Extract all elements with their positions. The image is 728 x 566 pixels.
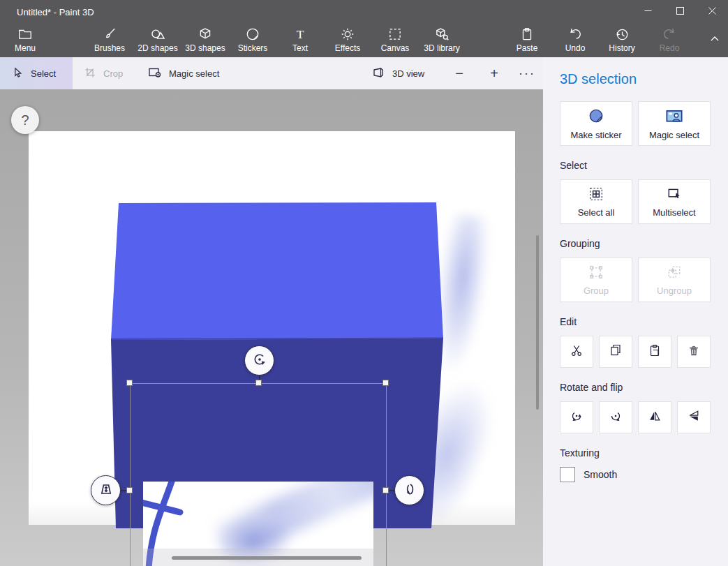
selection-handle-top-middle[interactable] [255, 380, 262, 386]
toolbar-item-stickers[interactable]: Stickers [228, 27, 277, 53]
3d-library-icon [417, 27, 466, 43]
zoom-out-button[interactable]: − [450, 57, 468, 89]
delete-button[interactable] [677, 336, 711, 368]
section-label-select: Select [560, 160, 728, 171]
make-sticker-button[interactable]: Make sticker [560, 101, 632, 146]
multiselect-button[interactable]: Multiselect [638, 179, 711, 224]
3d-object-top-face[interactable] [111, 202, 443, 340]
select-all-button[interactable]: Select all [560, 179, 632, 224]
menu-icon [1, 27, 50, 43]
minimize-icon [644, 5, 652, 17]
toolbar-item-3d-library[interactable]: 3D library [417, 27, 466, 53]
magic-select-panel-icon [665, 107, 683, 126]
doodle-picture-object[interactable] [143, 482, 373, 566]
horizontal-scrollbar[interactable] [172, 556, 362, 560]
ungroup-button[interactable]: Ungroup [638, 258, 711, 302]
svg-text:T: T [297, 27, 304, 41]
toolbar-item-canvas[interactable]: Canvas [371, 27, 419, 53]
close-button[interactable] [696, 0, 728, 22]
depth-handle[interactable] [91, 475, 121, 505]
close-icon [708, 5, 716, 17]
rotate-left-icon [570, 409, 584, 426]
section-label-rotate-flip: Rotate and flip [560, 382, 728, 393]
tool-options-bar: Select Crop Magic select 3D view − + ··· [0, 57, 543, 89]
toolbar-item-undo[interactable]: Undo [551, 27, 600, 53]
group-button[interactable]: Group [560, 258, 632, 302]
flip-vertical-button[interactable] [677, 401, 711, 433]
paste-icon [503, 27, 551, 43]
undo-icon [551, 27, 600, 43]
toolbar-item-history[interactable]: History [597, 27, 646, 53]
collapse-ribbon-button[interactable] [708, 33, 721, 46]
smooth-checkbox-label: Smooth [584, 469, 617, 480]
side-panel-3d-selection: 3D selection Make sticker Magic select S… [543, 57, 728, 566]
smooth-checkbox[interactable] [560, 467, 575, 482]
text-icon: T [276, 27, 325, 43]
zoom-in-button[interactable]: + [485, 57, 503, 89]
copy-icon [609, 343, 623, 360]
selection-handle-left-middle[interactable] [126, 487, 133, 493]
toolbar-item-redo[interactable]: Redo [645, 27, 694, 53]
3d-view-button[interactable]: 3D view [371, 57, 424, 89]
rotate-right-icon [609, 409, 623, 426]
maximize-icon [676, 5, 684, 17]
workspace[interactable]: ? [0, 89, 543, 566]
selection-handle-right-middle[interactable] [382, 487, 389, 493]
section-label-edit: Edit [560, 316, 728, 327]
rotate-z-handle-icon [251, 350, 269, 371]
stickers-icon [228, 27, 277, 43]
magic-select-panel-button[interactable]: Magic select [638, 101, 711, 146]
toolbar-item-3d-shapes[interactable]: 3D shapes [181, 27, 230, 53]
rotate-y-handle[interactable] [394, 475, 424, 505]
toolbar-item-menu[interactable]: Menu [1, 27, 50, 53]
flip-horizontal-button[interactable] [638, 401, 671, 433]
section-label-texturing: Texturing [560, 447, 728, 459]
window-title: Untitled* - Paint 3D [17, 7, 94, 17]
ungroup-icon [667, 265, 682, 282]
select-tool-button[interactable]: Select [0, 57, 73, 89]
brushes-icon [85, 27, 134, 43]
help-button[interactable]: ? [11, 106, 39, 134]
flip-horizontal-icon [648, 409, 662, 426]
vertical-scrollbar[interactable] [536, 235, 539, 410]
selection-handle-top-right[interactable] [382, 380, 389, 386]
maximize-button[interactable] [664, 0, 696, 22]
ellipsis-icon: ··· [519, 66, 535, 81]
history-icon [597, 27, 646, 43]
minimize-button[interactable] [632, 0, 664, 22]
multiselect-icon [667, 186, 682, 204]
more-options-button[interactable]: ··· [517, 57, 537, 89]
canvas-icon [371, 27, 419, 43]
rotate-right-button[interactable] [599, 401, 632, 433]
delete-icon [687, 343, 701, 360]
selection-edge-left [130, 383, 131, 566]
select-all-icon [588, 186, 604, 204]
redo-icon [645, 27, 694, 43]
section-label-grouping: Grouping [560, 238, 728, 249]
crop-tool-button[interactable]: Crop [84, 57, 123, 89]
copy-button[interactable] [599, 336, 632, 368]
effects-icon [323, 27, 372, 43]
toolbar-item-effects[interactable]: Effects [323, 27, 372, 53]
toolbar-item-2d-shapes[interactable]: 2D shapes [133, 27, 182, 53]
cut-button[interactable] [560, 336, 593, 368]
toolbar-item-text[interactable]: T Text [276, 27, 325, 53]
depth-handle-icon [97, 480, 115, 501]
flip-vertical-icon [687, 409, 701, 426]
panel-title: 3D selection [560, 71, 728, 87]
selection-edge-right [386, 383, 387, 566]
toolbar-item-paste[interactable]: Paste [503, 27, 551, 53]
paste-button[interactable] [638, 336, 671, 368]
rotate-left-button[interactable] [560, 401, 593, 433]
toolbar-item-brushes[interactable]: Brushes [85, 27, 134, 53]
window-controls [632, 0, 728, 22]
paint3d-window: Untitled* - Paint 3D Menu Brushes 2D sha… [0, 0, 728, 566]
cut-icon [570, 343, 584, 360]
help-icon: ? [21, 112, 29, 128]
rotate-z-handle[interactable] [244, 345, 274, 375]
paste-clipboard-icon [648, 343, 662, 360]
magic-select-tool-button[interactable]: Magic select [148, 57, 219, 89]
selection-handle-top-left[interactable] [126, 380, 133, 386]
header: Untitled* - Paint 3D Menu Brushes 2D sha… [0, 0, 728, 57]
chevron-up-icon [708, 33, 721, 45]
